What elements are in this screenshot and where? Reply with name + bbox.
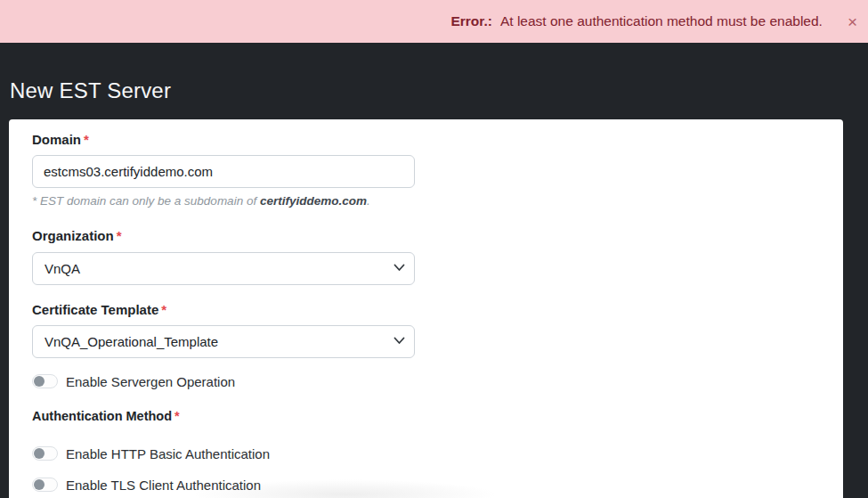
organization-field-group: Organization* VnQA bbox=[32, 228, 820, 284]
organization-select[interactable]: VnQA bbox=[32, 252, 415, 285]
toggle-knob bbox=[34, 479, 45, 490]
helper-domain-name: certifyiddemo.com bbox=[260, 194, 367, 208]
form-card: Domain* * EST domain can only be a subdo… bbox=[9, 119, 843, 498]
domain-label: Domain* bbox=[32, 132, 820, 147]
required-asterisk: * bbox=[161, 302, 166, 317]
tls-client-toggle-label: Enable TLS Client Authentication bbox=[66, 478, 261, 493]
required-asterisk: * bbox=[174, 409, 180, 423]
page-title: New EST Server bbox=[10, 78, 171, 103]
error-alert-prefix: Error.: bbox=[450, 13, 492, 29]
required-asterisk: * bbox=[84, 132, 89, 147]
http-basic-toggle-row: Enable HTTP Basic Authentication bbox=[32, 446, 820, 461]
servergen-toggle-row: Enable Servergen Operation bbox=[32, 374, 820, 389]
certificate-template-label: Certificate Template* bbox=[32, 302, 820, 317]
certificate-template-select[interactable]: VnQA_Operational_Template bbox=[32, 325, 415, 358]
toggle-knob bbox=[34, 448, 45, 459]
http-basic-toggle[interactable] bbox=[32, 446, 58, 461]
screen: Error.: At least one authentication meth… bbox=[0, 0, 868, 498]
servergen-toggle[interactable] bbox=[32, 374, 58, 388]
authentication-method-label: Authentication Method* bbox=[32, 409, 820, 424]
certificate-template-field-group: Certificate Template* VnQA_Operational_T… bbox=[32, 302, 820, 358]
error-alert-message: At least one authentication method must … bbox=[500, 13, 823, 29]
required-asterisk: * bbox=[117, 228, 122, 243]
domain-field-group: Domain* * EST domain can only be a subdo… bbox=[32, 132, 820, 208]
tls-client-toggle-row: Enable TLS Client Authentication bbox=[32, 478, 820, 493]
domain-input[interactable] bbox=[32, 155, 415, 188]
tls-client-toggle[interactable] bbox=[32, 478, 58, 492]
domain-helper-text: * EST domain can only be a subdomain of … bbox=[32, 194, 820, 208]
servergen-toggle-label: Enable Servergen Operation bbox=[66, 374, 235, 389]
http-basic-toggle-label: Enable HTTP Basic Authentication bbox=[66, 446, 270, 461]
error-alert: Error.: At least one authentication meth… bbox=[0, 0, 868, 43]
organization-label: Organization* bbox=[32, 228, 820, 243]
close-icon[interactable]: × bbox=[844, 13, 861, 30]
toggle-knob bbox=[34, 376, 45, 387]
